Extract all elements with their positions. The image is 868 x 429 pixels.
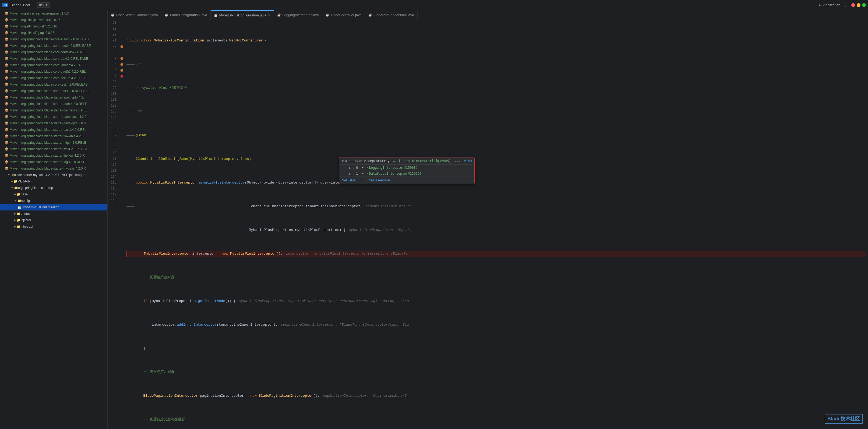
tab-mybatisplusconfiguration[interactable]: ☕ MybatisPlusConfiguration.java ✕ xyxy=(211,10,274,20)
create-renderer-button[interactable]: Create renderer xyxy=(368,178,391,182)
expand-icon: ▼ xyxy=(11,185,13,190)
list-item[interactable]: 📦 Maven: org.springblade:blade-core-auto… xyxy=(0,36,107,42)
list-item[interactable]: ▼ 🗂 blade-starter-mybatis-4.2.0.RELEASE.… xyxy=(0,172,107,178)
list-item[interactable]: 📦 Maven: org.springblade:blade-core-boot… xyxy=(0,42,107,49)
maven-icon: 📦 xyxy=(4,11,9,16)
list-item[interactable]: 📦 Maven: org.springblade:blade-core-tool… xyxy=(0,88,107,94)
gutter-row xyxy=(119,197,124,204)
sidebar[interactable]: 📦 Maven: org.skyscreamer:jsonassert:1.5.… xyxy=(0,10,107,429)
list-item[interactable]: 📦 Maven: org.springblade:blade-starter-m… xyxy=(0,165,107,172)
line-separator xyxy=(126,183,134,183)
java-file-icon: ☕ xyxy=(165,13,168,17)
gutter-row: ⬤ xyxy=(119,61,124,67)
debug-breakpoint-icon[interactable]: ⬤ xyxy=(120,57,123,60)
window-controls xyxy=(851,3,866,7)
infinity-icon: ∞ xyxy=(345,159,347,163)
maven-icon: 📦 xyxy=(4,62,9,68)
list-item[interactable]: 📦 Maven: org.springblade:blade-starter-l… xyxy=(0,159,107,165)
list-item[interactable]: ▼ 📁 config xyxy=(0,197,107,204)
expand-icon: ▼ xyxy=(14,198,17,204)
tab-bladeconfiguration[interactable]: ☕ BladeConfiguration.java xyxy=(161,10,211,20)
debug-expand-icon[interactable]: ▶ xyxy=(349,166,351,169)
list-item[interactable]: 📦 Maven: org.springblade:blade-starter-f… xyxy=(0,133,107,140)
list-item[interactable]: 📦 Maven: org.springblade:blade-starter-h… xyxy=(0,140,107,146)
gutter-row xyxy=(119,132,124,138)
list-item[interactable]: 📦 Maven: org.skyscreamer:jsonassert:1.5.… xyxy=(0,10,107,17)
list-item[interactable]: 📦 Maven: org.springblade:blade-core-cont… xyxy=(0,49,107,56)
code-line-89: /** xyxy=(126,61,866,67)
line-num: 89 xyxy=(109,26,117,32)
list-item[interactable]: 📦 Maven: org.springblade:blade-core-db:4… xyxy=(0,56,107,62)
maven-icon: 📦 xyxy=(4,88,9,94)
gutter-row xyxy=(119,138,124,144)
list-item[interactable]: 📦 Maven: org.slf4j:jul-to-slf4j:2.0.16 xyxy=(0,23,107,30)
tab-logginginterceptor[interactable]: ☕ LoggingInterceptor.java xyxy=(274,10,322,20)
line-num: 98 xyxy=(109,79,117,85)
list-item[interactable]: 📦 Maven: org.springblade:blade-core-secu… xyxy=(0,75,107,81)
line-num: 107 xyxy=(109,132,117,138)
array-icon: ≡ xyxy=(353,166,354,170)
line-num: 101 xyxy=(109,97,117,103)
minimize-button[interactable] xyxy=(857,3,861,7)
gutter-row xyxy=(119,79,124,85)
code-content[interactable]: public class MybatisPlusConfiguration im… xyxy=(124,20,868,429)
debug-breakpoint-icon[interactable]: ⬤ xyxy=(120,63,123,66)
list-item[interactable]: 📦 Maven: org.springblade:blade-starter-d… xyxy=(0,114,107,120)
list-item[interactable]: ▶ 📁 META-INF xyxy=(0,178,107,185)
line-num: 100 xyxy=(109,91,117,97)
code-line-94: public MybatisPlusInterceptor mybatisPlu… xyxy=(126,180,866,186)
error-breakpoint-icon[interactable]: ⬤ xyxy=(120,74,123,78)
list-item[interactable]: 📦 Maven: org.springblade:blade-starter-a… xyxy=(0,101,107,107)
gutter-row xyxy=(119,97,124,103)
debug-expand-icon[interactable]: ▼ xyxy=(342,160,344,162)
list-item[interactable]: ▼ 📁 org.springblade.core.mp xyxy=(0,185,107,191)
debug-expand-icon[interactable]: ▶ xyxy=(349,172,351,175)
tab-codesettingcontroller[interactable]: ☕ CodeSettingController.java xyxy=(107,10,161,20)
line-num: 109 xyxy=(109,144,117,150)
code-line-103: BladePaginationInterceptor paginationInt… xyxy=(126,393,866,399)
title-bar-left: BX BladeX-Boot – dev ▼ xyxy=(2,2,50,8)
code-line-102: // 配置分页拦截器 xyxy=(126,369,866,375)
list-item[interactable]: 📦 Maven: org.springblade:blade-core-laun… xyxy=(0,62,107,68)
tab-close-icon[interactable]: ✕ xyxy=(268,13,271,17)
code-editor[interactable]: 68 89 90 91 92 93 94 95 96 97 98 99 100 … xyxy=(107,20,868,429)
list-item[interactable]: 📦 Maven: org.slf4j:slf4j-api:2.0.16 xyxy=(0,30,107,36)
gutter-row xyxy=(119,150,124,156)
list-item[interactable]: 📦 Maven: org.springblade:blade-starter-e… xyxy=(0,126,107,133)
tab-generateserviceimpl[interactable]: ☕ GenerateServiceImpl.java xyxy=(365,10,417,20)
line-num: 104 xyxy=(109,115,117,121)
list-item[interactable]: 📦 Maven: org.springblade:blade-starter-c… xyxy=(0,107,107,114)
debug-popup-row-0[interactable]: ▶ ≡ 0 = {LoggingInterceptor@15968} xyxy=(339,165,474,171)
list-item[interactable]: ▶ 📁 base xyxy=(0,191,107,197)
list-item[interactable]: ▶ 📁 intercept xyxy=(0,223,107,230)
sidebar-item-mybatisplusconfiguration[interactable]: ☕ MybatisPlusConfiguration xyxy=(0,204,107,211)
gutter-row xyxy=(119,192,124,197)
list-item[interactable]: 📦 Maven: org.slf4j:jcl-over-slf4j:2.0.16 xyxy=(0,17,107,23)
debug-view-button[interactable]: View xyxy=(464,159,472,163)
line-separator xyxy=(126,112,134,112)
title-bar: BX BladeX-Boot – dev ▼ ▶ Application ⋮ xyxy=(0,0,868,10)
maven-icon: 📦 xyxy=(4,159,9,165)
tab-codecontroller[interactable]: ☕ CodeController.java xyxy=(322,10,365,20)
tab-label: CodeController.java xyxy=(331,13,362,17)
close-button[interactable] xyxy=(851,3,855,7)
line-num: 94 xyxy=(109,56,117,61)
line-num: 117 xyxy=(109,192,117,197)
list-item[interactable]: 📦 Maven: org.springblade:blade-core-oaut… xyxy=(0,68,107,75)
set-value-button[interactable]: Set value xyxy=(342,178,355,182)
list-item[interactable]: ▶ 📁 enums xyxy=(0,211,107,217)
debug-popup-row-1[interactable]: ▶ ≡ 1 = {DataScopeInterceptor@15969} xyxy=(339,171,474,177)
list-item[interactable]: 📦 Maven: org.springblade:blade-core-test… xyxy=(0,81,107,88)
list-item[interactable]: ▶ 📁 injector xyxy=(0,217,107,223)
list-item[interactable]: 📦 Maven: org.springblade:blade-starter-a… xyxy=(0,94,107,101)
list-item[interactable]: 📦 Maven: org.springblade:blade-starter-j… xyxy=(0,146,107,152)
debug-breakpoint-icon[interactable]: ⬤ xyxy=(120,69,123,72)
list-item[interactable]: 📦 Maven: org.springblade:blade-starter-l… xyxy=(0,152,107,159)
maximize-button[interactable] xyxy=(862,3,866,7)
list-item[interactable]: 📦 Maven: org.springblade:blade-starter-d… xyxy=(0,120,107,126)
run-icon[interactable]: ▶ xyxy=(819,3,821,7)
branch-selector[interactable]: dev ▼ xyxy=(37,2,50,8)
gutter-row xyxy=(119,85,124,91)
more-icon[interactable]: ⋮ xyxy=(843,3,847,7)
debug-breakpoint-icon[interactable]: ⬤ xyxy=(120,45,123,48)
